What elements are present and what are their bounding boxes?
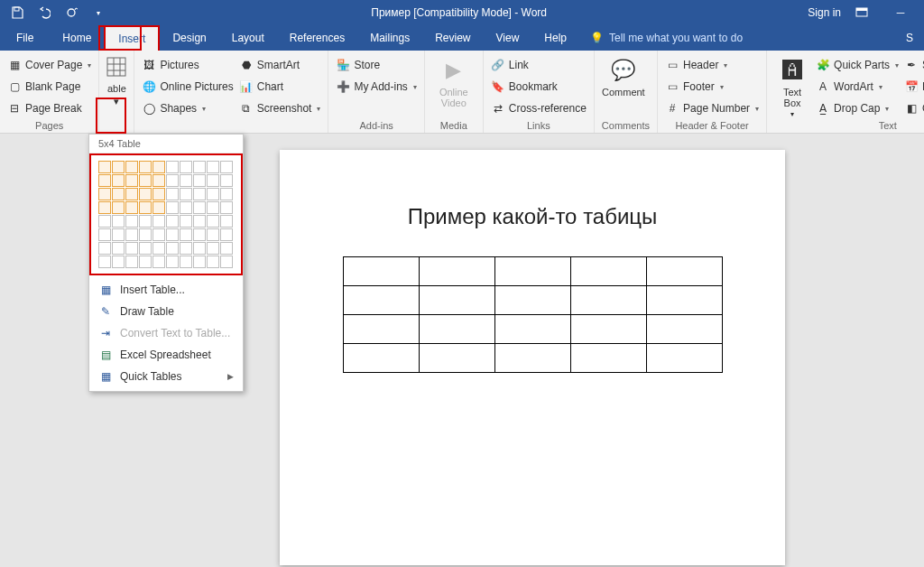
grid-cell[interactable] bbox=[112, 242, 125, 255]
sign-in-link[interactable]: Sign in bbox=[808, 6, 841, 19]
grid-cell[interactable] bbox=[220, 161, 233, 173]
grid-cell[interactable] bbox=[207, 215, 219, 228]
grid-cell[interactable] bbox=[139, 215, 152, 228]
grid-cell[interactable] bbox=[180, 215, 192, 228]
grid-cell[interactable] bbox=[207, 256, 219, 268]
signature-line-button[interactable]: ✒Signature Line▾ bbox=[904, 56, 924, 74]
chart-button[interactable]: 📊Chart bbox=[239, 78, 321, 96]
tab-design[interactable]: Design bbox=[160, 25, 218, 51]
store-button[interactable]: 🏪Store bbox=[336, 56, 416, 74]
grid-cell[interactable] bbox=[139, 256, 152, 268]
date-time-button[interactable]: 📅Date & Time bbox=[904, 78, 924, 96]
tell-me-search[interactable]: 💡 bbox=[579, 25, 782, 51]
grid-cell[interactable] bbox=[207, 174, 219, 187]
tab-home[interactable]: Home bbox=[50, 25, 104, 51]
grid-cell[interactable] bbox=[98, 256, 111, 268]
grid-cell[interactable] bbox=[152, 242, 165, 255]
grid-cell[interactable] bbox=[98, 174, 111, 187]
tab-layout[interactable]: Layout bbox=[219, 25, 277, 51]
grid-cell[interactable] bbox=[125, 188, 138, 200]
grid-cell[interactable] bbox=[220, 256, 233, 268]
minimize-button[interactable]: ─ bbox=[882, 0, 919, 25]
grid-cell[interactable] bbox=[152, 188, 165, 200]
tab-insert[interactable]: Insert bbox=[104, 25, 160, 51]
header-button[interactable]: ▭Header▾ bbox=[665, 56, 759, 74]
grid-cell[interactable] bbox=[125, 174, 138, 187]
quick-tables-item[interactable]: ▦Quick Tables▶ bbox=[89, 366, 243, 387]
wordart-button[interactable]: AWordArt▾ bbox=[816, 78, 899, 96]
tab-review[interactable]: Review bbox=[422, 25, 483, 51]
grid-cell[interactable] bbox=[193, 201, 206, 214]
grid-cell[interactable] bbox=[98, 242, 111, 255]
grid-cell[interactable] bbox=[193, 215, 206, 228]
grid-cell[interactable] bbox=[180, 256, 192, 268]
screenshot-button[interactable]: ⧉Screenshot▾ bbox=[239, 99, 321, 117]
grid-cell[interactable] bbox=[193, 188, 206, 200]
grid-cell[interactable] bbox=[207, 188, 219, 200]
page-number-button[interactable]: #Page Number▾ bbox=[665, 99, 759, 117]
pictures-button[interactable]: 🖼Pictures bbox=[142, 56, 233, 74]
undo-button[interactable] bbox=[32, 3, 56, 23]
grid-cell[interactable] bbox=[152, 201, 165, 214]
draw-table-item[interactable]: ✎Draw Table bbox=[89, 301, 243, 322]
grid-cell[interactable] bbox=[207, 161, 219, 173]
grid-cell[interactable] bbox=[152, 161, 165, 173]
ribbon-display-icon[interactable] bbox=[855, 7, 868, 18]
insert-table-item[interactable]: ▦Insert Table... bbox=[89, 279, 243, 301]
grid-cell[interactable] bbox=[180, 188, 192, 200]
my-addins-button[interactable]: ➕My Add-ins▾ bbox=[336, 78, 416, 96]
grid-cell[interactable] bbox=[98, 215, 111, 228]
page-break-button[interactable]: ⊟Page Break bbox=[7, 99, 91, 117]
grid-cell[interactable] bbox=[166, 174, 179, 187]
tab-references[interactable]: References bbox=[277, 25, 357, 51]
grid-cell[interactable] bbox=[139, 161, 152, 173]
grid-cell[interactable] bbox=[220, 188, 233, 200]
grid-cell[interactable] bbox=[152, 228, 165, 241]
grid-cell[interactable] bbox=[180, 161, 192, 173]
grid-cell[interactable] bbox=[98, 201, 111, 214]
tab-file[interactable]: File bbox=[0, 25, 50, 51]
comment-button[interactable]: 💬Comment bbox=[602, 56, 645, 98]
grid-cell[interactable] bbox=[220, 242, 233, 255]
grid-cell[interactable] bbox=[98, 228, 111, 241]
quick-parts-button[interactable]: 🧩Quick Parts▾ bbox=[816, 56, 899, 74]
table-button[interactable]: able▾ bbox=[103, 52, 130, 107]
grid-cell[interactable] bbox=[220, 215, 233, 228]
grid-cell[interactable] bbox=[207, 242, 219, 255]
table-size-grid[interactable] bbox=[98, 161, 234, 268]
excel-spreadsheet-item[interactable]: ▤Excel Spreadsheet bbox=[89, 344, 243, 366]
grid-cell[interactable] bbox=[152, 256, 165, 268]
smartart-button[interactable]: ⬣SmartArt bbox=[239, 56, 321, 74]
grid-cell[interactable] bbox=[166, 256, 179, 268]
share-button[interactable]: S bbox=[895, 25, 924, 51]
tab-mailings[interactable]: Mailings bbox=[357, 25, 422, 51]
grid-cell[interactable] bbox=[220, 228, 233, 241]
grid-cell[interactable] bbox=[180, 201, 192, 214]
tab-help[interactable]: Help bbox=[531, 25, 579, 51]
grid-cell[interactable] bbox=[125, 161, 138, 173]
tell-me-input[interactable] bbox=[609, 32, 772, 44]
grid-cell[interactable] bbox=[193, 228, 206, 241]
grid-cell[interactable] bbox=[112, 201, 125, 214]
grid-cell[interactable] bbox=[166, 201, 179, 214]
grid-cell[interactable] bbox=[125, 201, 138, 214]
document-table[interactable] bbox=[343, 256, 723, 373]
grid-cell[interactable] bbox=[125, 215, 138, 228]
text-box-button[interactable]: 🅰Text Box▾ bbox=[774, 56, 810, 118]
grid-cell[interactable] bbox=[125, 242, 138, 255]
grid-cell[interactable] bbox=[180, 174, 192, 187]
grid-cell[interactable] bbox=[112, 228, 125, 241]
grid-cell[interactable] bbox=[180, 228, 192, 241]
cover-page-button[interactable]: ▦Cover Page▾ bbox=[7, 56, 91, 74]
bookmark-button[interactable]: 🔖Bookmark bbox=[491, 78, 587, 96]
grid-cell[interactable] bbox=[166, 242, 179, 255]
document-page[interactable]: Пример какой-то табицы bbox=[280, 150, 785, 565]
grid-cell[interactable] bbox=[139, 201, 152, 214]
grid-cell[interactable] bbox=[112, 161, 125, 173]
link-button[interactable]: 🔗Link bbox=[491, 56, 587, 74]
grid-cell[interactable] bbox=[180, 242, 192, 255]
redo-button[interactable] bbox=[60, 3, 83, 23]
grid-cell[interactable] bbox=[139, 228, 152, 241]
grid-cell[interactable] bbox=[193, 256, 206, 268]
grid-cell[interactable] bbox=[220, 174, 233, 187]
